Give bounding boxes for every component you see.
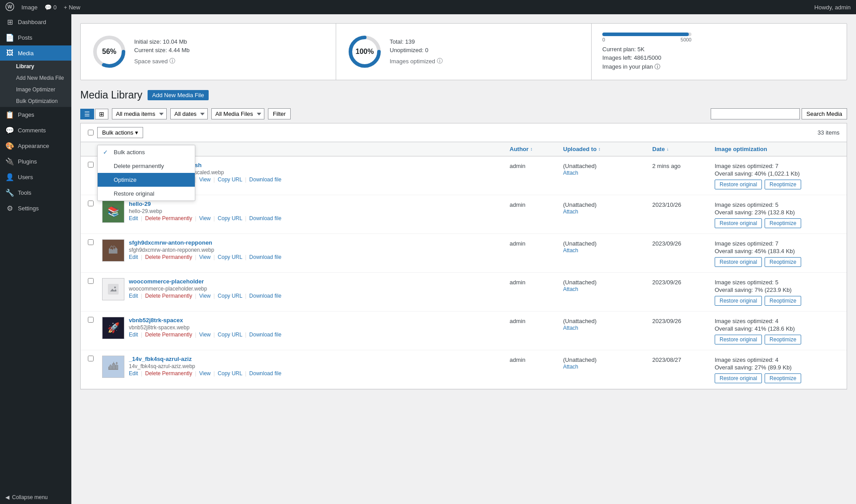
copy-url-link[interactable]: Copy URL: [218, 370, 242, 377]
sidebar-item-bulk-optimization[interactable]: Bulk Optimization: [0, 95, 71, 107]
delete-link[interactable]: Delete Permanently: [145, 370, 192, 377]
row-checkbox[interactable]: [88, 239, 102, 246]
sidebar-item-plugins[interactable]: 🔌 Plugins: [0, 154, 71, 169]
sidebar-item-dashboard[interactable]: ⊞ Dashboard: [0, 14, 71, 30]
sidebar-item-posts[interactable]: 📄 Posts: [0, 30, 71, 45]
copy-url-link[interactable]: Copy URL: [218, 176, 242, 183]
filter-all-dates-select[interactable]: All dates: [170, 108, 208, 119]
attach-link[interactable]: Attach: [563, 209, 578, 215]
sidebar-item-add-new[interactable]: Add New Media File: [0, 72, 71, 84]
copy-url-link[interactable]: Copy URL: [218, 332, 242, 338]
sidebar-item-comments[interactable]: 💬 Comments: [0, 123, 71, 138]
copy-url-link[interactable]: Copy URL: [218, 215, 242, 221]
search-input[interactable]: [711, 108, 800, 119]
edit-link[interactable]: Edit: [129, 293, 138, 299]
bulk-actions-button[interactable]: Bulk actions ▾: [97, 127, 143, 138]
site-name[interactable]: Image: [21, 4, 37, 11]
users-icon: 👤: [5, 173, 14, 181]
view-link[interactable]: View: [199, 293, 211, 299]
delete-link[interactable]: Delete Permanently: [145, 215, 192, 221]
svg-rect-6: [108, 284, 119, 295]
col-date-header[interactable]: Date ↓: [652, 146, 715, 152]
restore-original-button[interactable]: Restore original: [715, 180, 762, 189]
sidebar-item-tools[interactable]: 🔧 Tools: [0, 185, 71, 201]
filter-button[interactable]: Filter: [268, 108, 291, 119]
sidebar-item-appearance[interactable]: 🎨 Appearance: [0, 138, 71, 154]
sidebar-item-users[interactable]: 👤 Users: [0, 169, 71, 185]
new-link[interactable]: + New: [64, 4, 80, 11]
file-name-link[interactable]: _14v_fbk4sq-azrul-aziz: [129, 356, 510, 362]
edit-link[interactable]: Edit: [129, 254, 138, 260]
view-link[interactable]: View: [199, 332, 211, 338]
sidebar-item-settings[interactable]: ⚙ Settings: [0, 201, 71, 216]
wp-logo[interactable]: W: [5, 2, 14, 12]
file-name-link[interactable]: vbnb52j8trk-spacex: [129, 317, 510, 324]
file-name-link[interactable]: hello-29: [129, 201, 510, 207]
copy-url-link[interactable]: Copy URL: [218, 293, 242, 299]
images-optimized-info-icon[interactable]: ⓘ: [437, 57, 443, 65]
view-link[interactable]: View: [199, 254, 211, 260]
col-author-header[interactable]: Author ↕: [510, 146, 563, 152]
row-checkbox[interactable]: [88, 317, 102, 324]
download-link[interactable]: Download file: [249, 215, 281, 221]
file-name-link[interactable]: sfgh9dxcmrw-anton-repponen: [129, 239, 510, 246]
restore-original-button[interactable]: Restore original: [715, 373, 762, 383]
reoptimize-button[interactable]: Reoptimize: [765, 180, 801, 189]
reoptimize-button[interactable]: Reoptimize: [765, 335, 801, 344]
edit-link[interactable]: Edit: [129, 215, 138, 221]
sidebar-item-image-optimizer[interactable]: Image Optimizer: [0, 84, 71, 95]
delete-link[interactable]: Delete Permanently: [145, 254, 192, 260]
download-link[interactable]: Download file: [249, 254, 281, 260]
filter-all-items-select[interactable]: All media items: [112, 108, 167, 119]
restore-original-button[interactable]: Restore original: [715, 257, 762, 267]
col-uploaded-header[interactable]: Uploaded to ↕: [563, 146, 652, 152]
bulk-action-delete-permanently[interactable]: Delete permanently: [98, 159, 195, 173]
edit-link[interactable]: Edit: [129, 332, 138, 338]
view-link[interactable]: View: [199, 370, 211, 377]
add-new-button[interactable]: Add New Media File: [148, 90, 208, 100]
download-link[interactable]: Download file: [249, 332, 281, 338]
sidebar-item-library[interactable]: Library: [0, 61, 71, 72]
list-view-button[interactable]: ☰: [80, 109, 94, 119]
reoptimize-button[interactable]: Reoptimize: [765, 257, 801, 267]
attach-link[interactable]: Attach: [563, 325, 578, 331]
row-author: admin: [510, 317, 563, 324]
reoptimize-button[interactable]: Reoptimize: [765, 296, 801, 306]
download-link[interactable]: Download file: [249, 176, 281, 183]
row-checkbox[interactable]: [88, 356, 102, 363]
attach-link[interactable]: Attach: [563, 364, 578, 370]
bulk-action-optimize[interactable]: Optimize: [98, 173, 195, 187]
row-uploaded: (Unattached) Attach: [563, 356, 652, 370]
view-link[interactable]: View: [199, 215, 211, 221]
space-saved-info-icon[interactable]: ⓘ: [169, 57, 175, 65]
grid-view-button[interactable]: ⊞: [95, 109, 108, 119]
restore-original-button[interactable]: Restore original: [715, 218, 762, 228]
delete-link[interactable]: Delete Permanently: [145, 293, 192, 299]
copy-url-link[interactable]: Copy URL: [218, 254, 242, 260]
file-name-link[interactable]: woocommerce-placeholder: [129, 278, 510, 285]
sidebar-item-media[interactable]: 🖼 Media: [0, 45, 71, 61]
edit-link[interactable]: Edit: [129, 370, 138, 377]
filter-all-files-select[interactable]: All Media Files: [211, 108, 264, 119]
attach-link[interactable]: Attach: [563, 247, 578, 254]
download-link[interactable]: Download file: [249, 293, 281, 299]
attach-link[interactable]: Attach: [563, 170, 578, 176]
select-all-checkbox[interactable]: [88, 130, 94, 135]
comments-link[interactable]: 💬 0: [45, 4, 57, 11]
bulk-action-bulk-actions[interactable]: ✓ Bulk actions: [98, 145, 195, 159]
row-checkbox[interactable]: [88, 278, 102, 285]
attach-link[interactable]: Attach: [563, 286, 578, 292]
sidebar-item-pages[interactable]: 📋 Pages: [0, 107, 71, 123]
reoptimize-button[interactable]: Reoptimize: [765, 373, 801, 383]
collapse-menu-button[interactable]: ◀ Collapse menu: [0, 491, 71, 504]
restore-original-button[interactable]: Restore original: [715, 335, 762, 344]
plan-info-icon[interactable]: ⓘ: [654, 63, 660, 70]
download-link[interactable]: Download file: [249, 370, 281, 377]
view-link[interactable]: View: [199, 176, 211, 183]
delete-link[interactable]: Delete Permanently: [145, 332, 192, 338]
bulk-action-restore-original[interactable]: Restore original: [98, 187, 195, 201]
row-checkbox[interactable]: [88, 201, 102, 208]
reoptimize-button[interactable]: Reoptimize: [765, 218, 801, 228]
restore-original-button[interactable]: Restore original: [715, 296, 762, 306]
search-media-button[interactable]: Search Media: [802, 108, 847, 119]
